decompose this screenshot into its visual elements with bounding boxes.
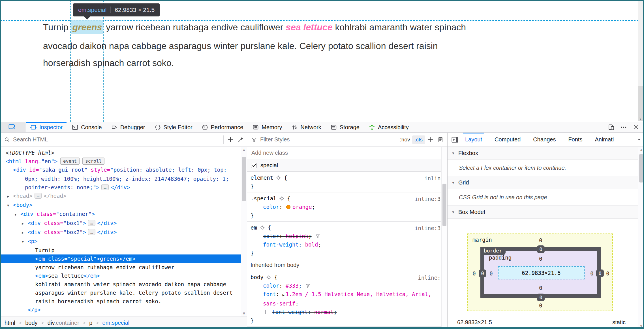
css-declaration[interactable]: color: #333; [251,281,447,290]
scroll-up-icon[interactable]: ∧ [638,148,644,152]
margin-top-value[interactable]: 0 [535,237,546,244]
overridden-filter-icon[interactable] [315,234,320,239]
node-picker-button[interactable] [0,122,25,132]
box-model-content[interactable]: 62.9833×21.5 [498,266,585,279]
margin-right-value[interactable]: 0 [602,270,613,277]
devtools-tab-style-editor[interactable]: Style Editor [150,122,197,132]
padding-left-value[interactable]: 0 [485,270,497,277]
layout-scrollbar[interactable]: ∧ ∨ [638,147,644,329]
margin-left-value[interactable]: 0 [468,270,480,277]
devtools-tab-inspector[interactable]: Inspector [25,122,67,132]
rules-scrollbar-thumb[interactable] [442,184,446,226]
filter-styles-input[interactable] [260,136,394,143]
scroll-down-icon[interactable]: ∨ [638,116,643,120]
sidebar-tab-computed[interactable]: Computed [495,133,521,147]
devtools-tab-performance[interactable]: Performance [197,122,248,132]
scroll-up-icon[interactable]: ∧ [241,148,247,152]
css-declaration[interactable]: font-weight: normal; [251,308,447,316]
margin-bottom-value[interactable]: 0 [535,302,546,309]
rule-source-link[interactable]: inline [424,174,444,182]
breadcrumb-item[interactable]: p [89,320,92,326]
add-new-class-input[interactable] [251,150,443,156]
tree-row[interactable]: Turnip [0,246,247,254]
tree-row[interactable]: ▼<div class="container"> [0,210,247,219]
checkbox-checked-icon[interactable] [251,163,256,168]
padding-bottom-value[interactable]: 0 [535,284,546,292]
markup-scrollbar[interactable]: ∧ ∨ [241,147,247,317]
class-toggle-button[interactable]: .cls [412,135,425,144]
responsive-mode-button[interactable] [607,123,616,131]
search-html-input[interactable] [13,136,222,143]
all-tabs-menu-button[interactable] [634,133,644,147]
border-bottom-value[interactable]: 0 [537,294,545,301]
expand-ellipsis-button[interactable]: … [101,184,109,190]
css-declaration[interactable]: color: hotpink; [251,232,447,240]
rule-selector-line[interactable]: element{ [251,173,447,182]
color-swatch[interactable] [286,205,290,209]
rule-source-link[interactable]: inline:37 [415,224,444,232]
sidebar-tab-fonts[interactable]: Fonts [568,133,582,147]
css-declaration[interactable]: font: ▶1.2em / 1.5 Helvetica Neue, Helve… [251,290,447,308]
expand-ellipsis-button[interactable]: … [88,229,95,235]
devtools-tab-debugger[interactable]: Debugger [106,122,150,132]
devtools-tab-memory[interactable]: Memory [248,122,286,132]
rules-scrollbar[interactable] [441,147,447,329]
tree-row[interactable]: ▶<div class="box1">…</div> [0,219,247,228]
eyedropper-button[interactable] [236,135,246,145]
sidebar-toggle-icon[interactable] [451,136,459,144]
rule-source-link[interactable]: inline:2 [418,273,444,282]
markup-scrollbar-thumb[interactable] [242,157,246,201]
overridden-filter-icon[interactable] [305,283,311,288]
highlight-selector-icon[interactable] [266,275,271,280]
scroll-down-icon[interactable]: ∨ [241,311,247,315]
tree-row[interactable]: ▶<div id="saka-gui-root" style="position… [0,165,247,192]
section-box-model[interactable]: ▼Box Model [448,206,644,219]
css-declaration[interactable]: color: orange; [251,203,447,211]
sidebar-tab-changes[interactable]: Changes [533,133,556,147]
highlight-selector-icon[interactable] [260,225,265,230]
padding-right-value[interactable]: 0 [586,270,598,277]
section-flexbox[interactable]: ▼Flexbox [448,147,644,160]
meatball-menu-button[interactable] [619,123,628,131]
sidebar-tab-animati[interactable]: Animati [595,133,614,147]
tree-row[interactable]: yarrow ricebean rutabaga endive cauliflo… [0,263,247,271]
highlight-selector-icon[interactable] [279,196,284,201]
breadcrumb-item[interactable]: body [25,320,37,326]
devtools-tab-console[interactable]: Console [67,122,106,132]
add-node-button[interactable] [225,135,236,145]
border-right-value[interactable]: 0 [596,269,604,277]
page-scrollbar[interactable]: ∨ [638,1,643,121]
highlight-selector-icon[interactable] [276,175,281,181]
page-scrollbar-thumb[interactable] [638,1,643,86]
scroll-down-icon[interactable]: ∨ [638,324,644,328]
devtools-tab-storage[interactable]: Storage [326,122,364,132]
rule-source-link[interactable]: inline:33 [415,195,444,203]
css-declaration[interactable]: font-weight: bold; [251,240,447,249]
print-media-button[interactable] [435,135,446,145]
padding-top-value[interactable]: 0 [535,255,546,262]
devtools-tab-accessibility[interactable]: Accessibility [364,122,413,132]
breadcrumb-item[interactable]: em.special [102,320,130,326]
scroll-badge[interactable]: scroll [82,158,104,165]
tree-row[interactable]: <em>sea lettuce</em> [0,271,247,280]
add-rule-button[interactable] [425,135,435,145]
tree-row[interactable]: <!DOCTYPE html> [0,148,247,157]
tree-row[interactable]: <html lang="en">eventscroll [0,157,247,165]
tree-row[interactable]: kohlrabi amaranth water spinach avocado … [0,280,247,305]
breadcrumb-item[interactable]: div.container [48,320,79,326]
breadcrumb-item[interactable]: html [5,320,15,326]
close-devtools-button[interactable] [632,123,641,131]
event-badge[interactable]: event [60,158,80,165]
expand-shorthand-icon[interactable]: ▶ [283,293,284,297]
pseudo-class-button[interactable]: :hov [398,135,412,144]
expand-ellipsis-button[interactable]: … [88,220,95,226]
border-left-value[interactable]: 0 [479,269,486,277]
section-grid[interactable]: ▼Grid [448,176,644,189]
expand-ellipsis-button[interactable]: … [35,193,42,199]
tree-row[interactable]: <em class="special">greens</em> [0,254,247,263]
tree-row[interactable]: ▶<head>…</head> [0,192,247,201]
sidebar-toggle-icon[interactable] [451,136,459,144]
layout-scrollbar-thumb[interactable] [639,154,643,182]
tree-row[interactable]: ▼<p> [0,237,247,246]
devtools-tab-network[interactable]: Network [287,122,326,132]
